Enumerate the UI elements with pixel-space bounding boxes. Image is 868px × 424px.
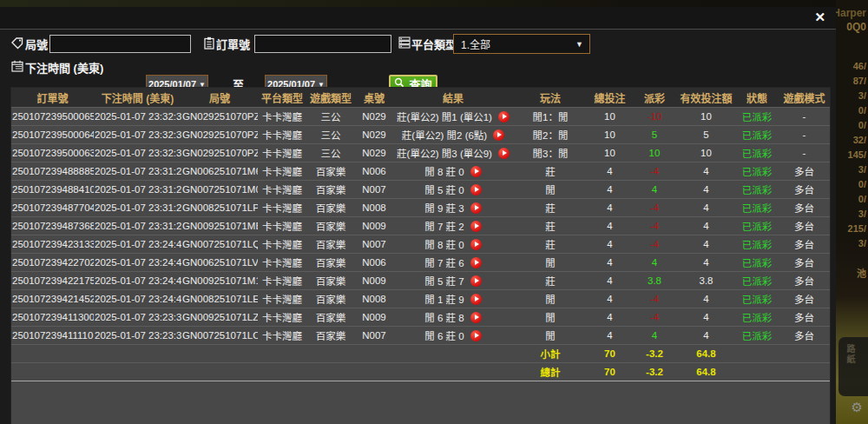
cell-payout: -4 bbox=[632, 290, 677, 308]
summary-value bbox=[779, 363, 830, 381]
cell-valid-bet: 10 bbox=[677, 108, 735, 126]
result-text: 閒 6 莊 8 bbox=[424, 310, 464, 324]
cell-total-bet: 10 bbox=[588, 126, 632, 144]
bet-records-dialog: ✕ 局號 訂單號 平台類型 1.全部 ▼ 下注時間 (美東) 2025/01/0… bbox=[0, 7, 836, 424]
cell-platform: 卡卡灣廳 bbox=[258, 181, 306, 199]
cell-table-no: N029 bbox=[355, 144, 393, 162]
cell-round-no: GN008251071LP bbox=[181, 199, 258, 217]
background-text-fragment: 3/ bbox=[858, 209, 866, 219]
result-text: 閒 1 莊 9 bbox=[424, 292, 464, 306]
cell-table-no: N008 bbox=[355, 290, 393, 308]
cell-order-no: 250107239421452 bbox=[11, 290, 94, 308]
replay-play-icon[interactable] bbox=[470, 202, 482, 214]
cell-bet-type: 閒 bbox=[513, 308, 588, 327]
cell-valid-bet: 4 bbox=[677, 181, 735, 199]
order-no-input[interactable] bbox=[254, 35, 391, 53]
cell-bet-time: 2025-01-07 23:32:32 bbox=[94, 126, 181, 144]
cell-bet-time: 2025-01-07 23:32:32 bbox=[94, 108, 181, 126]
cell-game-type: 百家樂 bbox=[306, 162, 355, 181]
replay-play-icon[interactable] bbox=[470, 184, 482, 195]
replay-play-icon[interactable] bbox=[470, 166, 482, 177]
cell-bet-type: 閒 bbox=[513, 254, 588, 272]
cell-order-no: 250107239422702 bbox=[11, 254, 94, 272]
cell-game-type: 百家樂 bbox=[306, 290, 355, 308]
table-row: 2501072395000642025-01-07 23:32:32GN0292… bbox=[11, 126, 830, 144]
summary-value: 64.8 bbox=[677, 345, 735, 363]
cell-valid-bet: 4 bbox=[677, 290, 735, 308]
replay-play-icon[interactable] bbox=[470, 294, 482, 305]
cell-platform: 卡卡灣廳 bbox=[258, 144, 306, 162]
cell-platform: 卡卡灣廳 bbox=[258, 308, 306, 327]
platform-type-select[interactable]: 1.全部 ▼ bbox=[453, 34, 590, 54]
cell-valid-bet: 4 bbox=[677, 327, 735, 345]
table-body: 2501072395000652025-01-07 23:32:32GN0292… bbox=[11, 108, 830, 381]
order-no-label: 訂單號 bbox=[216, 36, 250, 52]
cell-status: 已派彩 bbox=[735, 181, 779, 199]
replay-play-icon[interactable] bbox=[470, 275, 482, 287]
cell-platform: 卡卡灣廳 bbox=[258, 126, 306, 144]
cell-bet-type: 莊 bbox=[513, 235, 588, 254]
cell-valid-bet: 5 bbox=[677, 126, 735, 144]
table-row: 2501072394214522025-01-07 23:24:40GN0082… bbox=[11, 290, 830, 308]
replay-play-icon[interactable] bbox=[493, 129, 504, 141]
summary-value: 70 bbox=[588, 363, 632, 381]
cell-result: 閒 6 莊 0 bbox=[393, 327, 513, 345]
cell-round-no: GN008251071LE bbox=[181, 290, 258, 308]
background-game-strip: Harper 0Q0 池 路紙 ⚙ 46/87/3/0/0/32/145/3/0… bbox=[835, 0, 868, 424]
replay-play-icon[interactable] bbox=[470, 312, 482, 323]
cell-order-no: 250107239487368 bbox=[11, 217, 94, 235]
cell-order-no: 250107239500064 bbox=[11, 126, 94, 144]
cell-mode: 多台 bbox=[779, 181, 830, 199]
cell-result: 莊(單公2) 閒1 (單公1) bbox=[393, 108, 513, 126]
chevron-down-icon: ▼ bbox=[575, 40, 589, 49]
cell-result: 閒 5 莊 0 bbox=[393, 181, 513, 199]
cell-round-no: GN007251071LO bbox=[181, 327, 258, 345]
round-no-input[interactable] bbox=[49, 35, 191, 53]
replay-play-icon[interactable] bbox=[470, 221, 482, 232]
summary-value: 70 bbox=[588, 345, 632, 363]
cell-bet-time: 2025-01-07 23:31:27 bbox=[94, 181, 181, 199]
replay-play-icon[interactable] bbox=[498, 148, 510, 159]
replay-play-icon[interactable] bbox=[470, 239, 482, 250]
dialog-header: ✕ bbox=[0, 7, 836, 30]
background-text-fragment: 0/ bbox=[858, 179, 866, 189]
cell-result: 閒 8 莊 0 bbox=[393, 235, 513, 254]
replay-play-icon[interactable] bbox=[470, 330, 482, 341]
cell-game-type: 百家樂 bbox=[306, 217, 355, 235]
cell-table-no: N008 bbox=[355, 199, 393, 217]
cell-status: 已派彩 bbox=[735, 290, 779, 308]
column-header: 局號 bbox=[181, 88, 258, 108]
cell-mode: - bbox=[779, 126, 830, 144]
cell-bet-type: 閒3：閒 bbox=[513, 144, 588, 162]
cell-mode: - bbox=[779, 108, 830, 126]
cell-valid-bet: 4 bbox=[677, 162, 735, 181]
cell-total-bet: 4 bbox=[588, 162, 632, 181]
cell-game-type: 百家樂 bbox=[306, 327, 355, 345]
cell-bet-type: 莊 bbox=[513, 217, 588, 235]
result-text: 莊(單公2) 閒2 (6點) bbox=[402, 128, 487, 142]
cell-order-no: 250107239488410 bbox=[11, 181, 94, 199]
cell-platform: 卡卡灣廳 bbox=[258, 290, 306, 308]
replay-play-icon[interactable] bbox=[498, 111, 510, 123]
cell-total-bet: 4 bbox=[588, 199, 632, 217]
cell-table-no: N007 bbox=[355, 327, 393, 345]
column-header: 遊戲模式 bbox=[779, 88, 830, 108]
cell-status: 已派彩 bbox=[735, 108, 779, 126]
grand-total-row: 總計70-3.264.8 bbox=[11, 363, 830, 381]
result-text: 閒 8 莊 0 bbox=[424, 164, 464, 178]
close-icon[interactable]: ✕ bbox=[814, 10, 825, 25]
column-header: 桌號 bbox=[355, 88, 393, 108]
cell-mode: 多台 bbox=[779, 290, 830, 308]
replay-play-icon[interactable] bbox=[470, 257, 482, 268]
cell-order-no: 250107239422175 bbox=[11, 272, 94, 290]
cell-valid-bet: 4 bbox=[677, 217, 735, 235]
cell-total-bet: 4 bbox=[588, 181, 632, 199]
column-header: 派彩 bbox=[632, 88, 677, 108]
table-row: 2501072394884102025-01-07 23:31:27GN0072… bbox=[11, 181, 830, 199]
background-top-strip bbox=[0, 0, 836, 7]
cell-mode: - bbox=[779, 144, 830, 162]
cell-table-no: N007 bbox=[355, 235, 393, 254]
table-row: 2501072395000652025-01-07 23:32:32GN0292… bbox=[11, 108, 830, 126]
column-header: 遊戲類型 bbox=[306, 88, 355, 108]
cell-round-no: GN007251071LQ bbox=[181, 235, 258, 254]
